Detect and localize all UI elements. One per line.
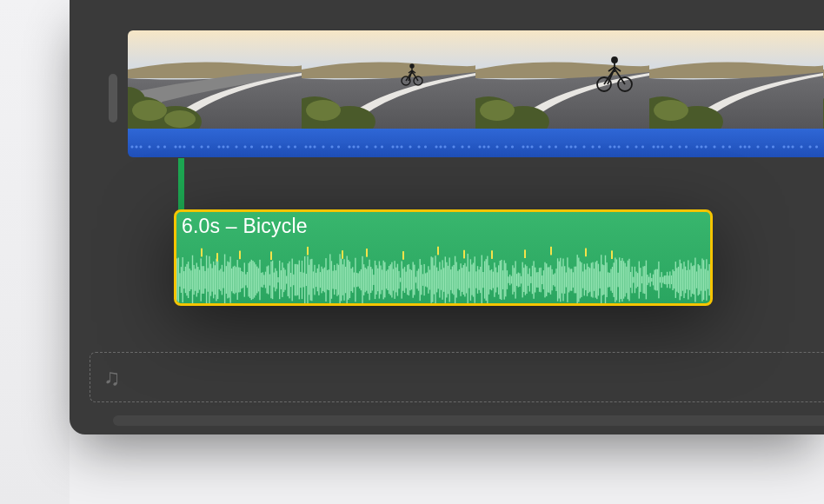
svg-rect-415	[463, 250, 465, 259]
svg-rect-86	[261, 273, 262, 287]
svg-rect-85	[259, 260, 260, 300]
svg-rect-187	[402, 269, 403, 291]
svg-rect-311	[577, 255, 578, 303]
svg-rect-243	[482, 255, 482, 303]
svg-rect-302	[564, 266, 565, 294]
svg-rect-285	[541, 268, 542, 292]
svg-rect-157	[361, 269, 362, 290]
svg-rect-158	[362, 256, 362, 303]
svg-rect-417	[524, 249, 526, 258]
svg-rect-394	[694, 265, 694, 294]
svg-rect-131	[324, 268, 325, 293]
svg-rect-95	[274, 273, 275, 288]
svg-rect-336	[612, 267, 613, 293]
svg-rect-146	[345, 267, 346, 293]
svg-rect-378	[671, 275, 672, 284]
svg-rect-137	[332, 271, 333, 289]
video-clip-audio-strip[interactable]	[128, 129, 824, 157]
svg-rect-244	[482, 272, 483, 288]
svg-rect-322	[592, 262, 593, 298]
svg-rect-295	[555, 273, 555, 286]
svg-rect-117	[304, 256, 305, 303]
svg-rect-283	[537, 272, 538, 288]
svg-rect-154	[356, 273, 357, 287]
svg-rect-31	[183, 271, 184, 288]
svg-rect-405	[708, 264, 709, 295]
svg-rect-103	[284, 269, 285, 289]
svg-rect-398	[699, 265, 700, 294]
svg-rect-159	[363, 264, 364, 295]
svg-rect-247	[487, 256, 488, 303]
svg-rect-111	[296, 264, 296, 295]
svg-rect-265	[512, 265, 513, 294]
svg-rect-216	[443, 268, 444, 292]
svg-rect-253	[495, 268, 496, 293]
svg-rect-47	[206, 255, 207, 303]
svg-rect-407	[216, 253, 218, 262]
svg-rect-403	[706, 259, 707, 301]
svg-rect-255	[498, 265, 499, 295]
svg-rect-331	[605, 255, 606, 303]
svg-rect-290	[548, 268, 548, 293]
svg-rect-266	[514, 268, 515, 292]
svg-rect-330	[603, 265, 604, 295]
svg-rect-171	[380, 265, 381, 294]
svg-rect-326	[598, 264, 599, 296]
svg-rect-220	[449, 257, 450, 302]
svg-rect-318	[587, 263, 588, 296]
svg-point-9	[306, 100, 341, 121]
svg-rect-35	[189, 269, 190, 291]
svg-rect-252	[494, 262, 495, 297]
svg-rect-67	[234, 266, 235, 295]
svg-rect-382	[676, 268, 677, 291]
svg-rect-400	[701, 259, 702, 302]
background-music-well[interactable]: ♫	[90, 352, 824, 402]
svg-rect-299	[560, 258, 561, 302]
svg-rect-115	[302, 261, 302, 299]
svg-rect-197	[416, 271, 417, 289]
svg-rect-314	[581, 262, 581, 297]
svg-rect-179	[391, 262, 392, 298]
svg-rect-101	[282, 262, 282, 297]
svg-rect-121	[310, 259, 311, 300]
svg-rect-388	[685, 267, 686, 294]
svg-rect-271	[521, 276, 522, 284]
svg-rect-208	[432, 257, 433, 302]
svg-rect-50	[210, 264, 211, 296]
svg-point-19	[612, 57, 617, 63]
svg-rect-136	[331, 261, 332, 299]
svg-rect-354	[637, 273, 638, 287]
svg-rect-325	[596, 261, 597, 299]
clip-trim-handle[interactable]	[109, 74, 117, 123]
svg-rect-62	[227, 262, 228, 299]
svg-rect-241	[478, 269, 479, 290]
svg-rect-418	[550, 247, 552, 255]
audio-clip[interactable]: 6.0s – Bicycle	[174, 209, 713, 306]
svg-rect-140	[336, 263, 337, 295]
svg-rect-344	[623, 261, 624, 298]
svg-rect-123	[313, 271, 314, 288]
svg-rect-327	[599, 271, 600, 288]
svg-rect-410	[307, 247, 309, 255]
svg-rect-308	[573, 272, 574, 288]
svg-rect-204	[427, 272, 428, 287]
music-note-icon: ♫	[103, 366, 121, 388]
svg-rect-315	[582, 271, 583, 288]
svg-rect-60	[224, 255, 225, 303]
horizontal-scrollbar[interactable]	[113, 415, 824, 426]
svg-rect-324	[595, 262, 596, 297]
svg-rect-63	[229, 262, 229, 298]
svg-rect-130	[322, 269, 323, 291]
svg-rect-231	[464, 263, 465, 297]
svg-rect-296	[555, 269, 556, 291]
svg-rect-81	[254, 262, 255, 298]
svg-rect-282	[536, 272, 537, 287]
svg-rect-256	[500, 261, 501, 299]
svg-rect-201	[422, 274, 423, 286]
video-track[interactable]	[70, 30, 824, 159]
svg-rect-225	[456, 262, 457, 298]
svg-rect-298	[559, 262, 560, 299]
svg-rect-180	[393, 269, 394, 291]
svg-rect-65	[231, 269, 232, 291]
svg-rect-300	[562, 267, 562, 294]
